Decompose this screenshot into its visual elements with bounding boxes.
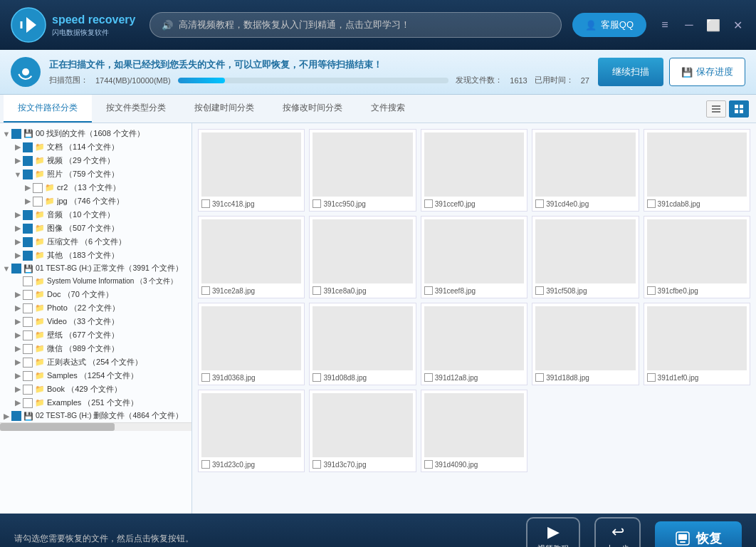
image-checkbox-15[interactable] (647, 373, 656, 382)
menu-button[interactable]: ≡ (657, 19, 673, 31)
image-thumb-4 (535, 132, 635, 197)
image-cell-15[interactable]: 391d1ef0.jpg (644, 303, 750, 385)
image-checkbox-6[interactable] (201, 286, 210, 295)
image-cell-10[interactable]: 391cfbe0.jpg (644, 216, 750, 298)
image-cell-4[interactable]: 391cd4e0.jpg (532, 129, 639, 212)
image-cell-13[interactable]: 391d12a8.jpg (421, 303, 527, 385)
tree-checkbox[interactable] (23, 344, 33, 354)
tree-item-image[interactable]: ▶ 📁 图像 （507 个文件） (0, 222, 191, 235)
image-cell-2[interactable]: 391cc950.jpg (309, 129, 416, 212)
tree-checkbox[interactable] (23, 371, 33, 381)
image-checkbox-18[interactable] (424, 460, 433, 469)
minimize-button[interactable]: ─ (681, 19, 697, 31)
image-checkbox-2[interactable] (313, 199, 321, 208)
tree-item-wechat[interactable]: ▶ 📁 微信 （989 个文件） (0, 342, 191, 355)
grid-view-button[interactable] (729, 100, 749, 118)
image-checkbox-4[interactable] (535, 199, 544, 208)
image-cell-11[interactable]: 391d0368.jpg (198, 303, 305, 385)
tree-checkbox[interactable] (23, 224, 33, 234)
image-checkbox-16[interactable] (201, 460, 210, 469)
tree-item-book[interactable]: ▶ 📁 Book （429 个文件） (0, 382, 191, 396)
tree-checkbox[interactable] (33, 183, 43, 193)
tree-checkbox[interactable] (23, 317, 33, 327)
image-checkbox-8[interactable] (424, 286, 433, 295)
tree-checkbox[interactable] (23, 290, 33, 300)
image-cell-7[interactable]: 391ce8a0.jpg (309, 216, 416, 298)
tree-item-examples[interactable]: ▶ 📁 Examples （251 个文件） (0, 396, 191, 410)
image-cell-12[interactable]: 391d08d8.jpg (309, 303, 416, 385)
tab-modifytime[interactable]: 按修改时间分类 (268, 95, 357, 123)
expand-icon: ▶ (13, 156, 23, 165)
back-button[interactable]: ↩ 上一步 (594, 517, 641, 547)
image-checkbox-7[interactable] (313, 286, 321, 295)
image-checkbox-1[interactable] (201, 199, 210, 208)
tree-checkbox[interactable] (23, 142, 33, 152)
tree-item-video[interactable]: ▶ 📁 视频 （29 个文件） (0, 154, 191, 167)
tree-checkbox[interactable] (23, 330, 33, 340)
close-button[interactable]: ✕ (730, 19, 745, 32)
tree-item-photo[interactable]: ▼ 📁 照片 （759 个文件） (0, 167, 191, 181)
image-checkbox-9[interactable] (535, 286, 544, 295)
recover-button[interactable]: 恢复 (655, 521, 742, 547)
tree-checkbox[interactable] (23, 276, 33, 286)
image-checkbox-14[interactable] (535, 373, 544, 382)
tree-item-wallpaper[interactable]: ▶ 📁 壁纸 （677 个文件） (0, 328, 191, 342)
tree-item-drive02[interactable]: ▶ 💾 02 TEST-8G (H:) 删除文件（4864 个文件） (0, 410, 191, 422)
tree-item-doc[interactable]: ▶ 📁 文档 （114 个文件） (0, 140, 191, 154)
save-progress-button[interactable]: 💾 保存进度 (669, 58, 745, 86)
list-view-button[interactable] (706, 100, 726, 118)
tree-item-drive01[interactable]: ▼ 💾 01 TEST-8G (H:) 正常文件（3991 个文件） (0, 262, 191, 275)
image-checkbox-12[interactable] (313, 373, 321, 382)
tree-item-other[interactable]: ▶ 📁 其他 （183 个文件） (0, 249, 191, 262)
image-cell-14[interactable]: 391d18d8.jpg (532, 303, 639, 385)
tree-checkbox[interactable] (23, 237, 33, 247)
tree-checkbox[interactable] (23, 170, 33, 179)
tree-checkbox[interactable] (23, 385, 33, 395)
video-tutorial-button[interactable]: ▶ 视频教程 (526, 517, 580, 547)
image-checkbox-10[interactable] (647, 286, 656, 295)
image-cell-18[interactable]: 391d4090.jpg (421, 390, 527, 472)
tree-checkbox[interactable] (33, 197, 43, 207)
tree-checkbox[interactable] (11, 411, 21, 421)
tree-checkbox[interactable] (23, 358, 33, 368)
tree-item-sysvolinfo[interactable]: 📁 System Volume Information （3 个文件） (0, 275, 191, 288)
image-checkbox-5[interactable] (647, 199, 656, 208)
tree-item-samples[interactable]: ▶ 📁 Samples （1254 个文件） (0, 369, 191, 382)
tree-item-doc2[interactable]: ▶ 📁 Doc （70 个文件） (0, 288, 191, 301)
image-cell-17[interactable]: 391d3c70.jpg (309, 390, 416, 472)
image-cell-8[interactable]: 391ceef8.jpg (421, 216, 527, 298)
image-cell-3[interactable]: 391ccef0.jpg (421, 129, 527, 212)
tree-item-regex[interactable]: ▶ 📁 正则表达式 （254 个文件） (0, 355, 191, 369)
tree-checkbox[interactable] (11, 129, 21, 139)
tree-checkbox[interactable] (11, 264, 21, 274)
tree-checkbox[interactable] (23, 398, 33, 408)
tree-checkbox[interactable] (23, 251, 33, 261)
tree-checkbox[interactable] (23, 156, 33, 166)
maximize-button[interactable]: ⬜ (705, 19, 721, 32)
image-checkbox-13[interactable] (424, 373, 433, 382)
promo-bar[interactable]: 🔊 高清视频教程，数据恢复从入门到精通，点击立即学习！ (149, 12, 562, 38)
tree-checkbox[interactable] (23, 210, 33, 220)
image-cell-16[interactable]: 391d23c0.jpg (198, 390, 305, 472)
tree-item-photo2[interactable]: ▶ 📁 Photo （22 个文件） (0, 301, 191, 315)
image-cell-9[interactable]: 391cf508.jpg (532, 216, 639, 298)
tab-createtime[interactable]: 按创建时间分类 (180, 95, 268, 123)
tab-filetype[interactable]: 按文件类型分类 (92, 95, 180, 123)
tree-item-root-found[interactable]: ▼ 💾 00 找到的文件（1608 个文件） (0, 127, 191, 140)
tab-search[interactable]: 文件搜索 (357, 95, 419, 123)
continue-scan-button[interactable]: 继续扫描 (598, 58, 663, 86)
image-checkbox-3[interactable] (424, 199, 433, 208)
tab-filepath[interactable]: 按文件路径分类 (4, 95, 92, 123)
tree-item-cr2[interactable]: ▶ 📁 cr2 （13 个文件） (0, 181, 191, 194)
tree-item-jpg[interactable]: ▶ 📁 jpg （746 个文件） (0, 194, 191, 208)
tree-checkbox[interactable] (23, 303, 33, 313)
qq-button[interactable]: 👤 客服QQ (572, 13, 646, 37)
tree-item-video2[interactable]: ▶ 📁 Video （33 个文件） (0, 315, 191, 328)
tree-item-audio[interactable]: ▶ 📁 音频 （10 个文件） (0, 208, 191, 222)
image-checkbox-17[interactable] (313, 460, 321, 469)
image-cell-1[interactable]: 391cc418.jpg (198, 129, 305, 212)
tree-item-archive[interactable]: ▶ 📁 压缩文件 （6 个文件） (0, 235, 191, 249)
image-checkbox-11[interactable] (201, 373, 210, 382)
image-cell-6[interactable]: 391ce2a8.jpg (198, 216, 305, 298)
image-cell-5[interactable]: 391cdab8.jpg (644, 129, 750, 212)
